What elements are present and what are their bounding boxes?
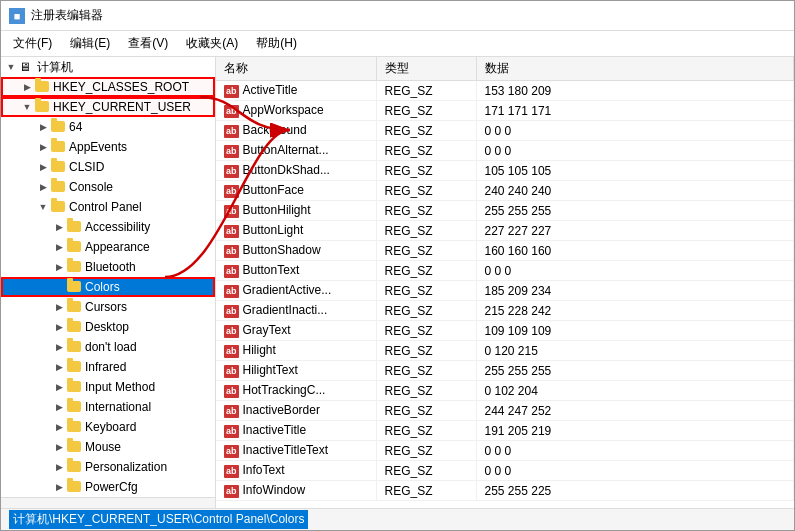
tree-item-accessibility[interactable]: ▶ Accessibility: [1, 217, 215, 237]
toggle-64[interactable]: ▶: [35, 119, 51, 135]
tree-item-console[interactable]: ▶ Console: [1, 177, 215, 197]
table-row[interactable]: abInfoWindowREG_SZ255 255 225: [216, 481, 794, 501]
ab-icon: ab: [224, 145, 239, 158]
menu-help[interactable]: 帮助(H): [248, 33, 305, 54]
toggle-cursors[interactable]: ▶: [51, 299, 67, 315]
ab-icon: ab: [224, 465, 239, 478]
tree-item-powercfg[interactable]: ▶ PowerCfg: [1, 477, 215, 497]
toggle-accessibility[interactable]: ▶: [51, 219, 67, 235]
tree-item-computer[interactable]: ▼ 🖥 计算机: [1, 57, 215, 77]
toggle-dontload[interactable]: ▶: [51, 339, 67, 355]
tree-label-personalization: Personalization: [85, 460, 167, 474]
folder-accessibility: [67, 220, 83, 234]
table-row[interactable]: abGradientInacti...REG_SZ215 228 242: [216, 301, 794, 321]
tree-item-international[interactable]: ▶ International: [1, 397, 215, 417]
tree-item-appevents[interactable]: ▶ AppEvents: [1, 137, 215, 157]
tree-item-keyboard[interactable]: ▶ Keyboard: [1, 417, 215, 437]
tree-label-64: 64: [69, 120, 82, 134]
cell-data: 153 180 209: [476, 81, 794, 101]
menu-favorites[interactable]: 收藏夹(A): [178, 33, 246, 54]
ab-icon: ab: [224, 345, 239, 358]
toggle-personalization[interactable]: ▶: [51, 459, 67, 475]
tree-scrollbar-h[interactable]: [1, 497, 215, 508]
folder-bluetooth: [67, 260, 83, 274]
table-row[interactable]: abButtonShadowREG_SZ160 160 160: [216, 241, 794, 261]
toggle-computer[interactable]: ▼: [3, 59, 19, 75]
toggle-keyboard[interactable]: ▶: [51, 419, 67, 435]
menu-bar: 文件(F) 编辑(E) 查看(V) 收藏夹(A) 帮助(H): [1, 31, 794, 57]
table-row[interactable]: abButtonTextREG_SZ0 0 0: [216, 261, 794, 281]
tree-item-dontload[interactable]: ▶ don't load: [1, 337, 215, 357]
toggle-powercfg[interactable]: ▶: [51, 479, 67, 495]
table-row[interactable]: abButtonAlternat...REG_SZ0 0 0: [216, 141, 794, 161]
toggle-console[interactable]: ▶: [35, 179, 51, 195]
registry-table-panel[interactable]: 名称 类型 数据 abActiveTitleREG_SZ153 180 209a…: [216, 57, 794, 508]
tree-item-infrared[interactable]: ▶ Infrared: [1, 357, 215, 377]
tree-item-desktop[interactable]: ▶ Desktop: [1, 317, 215, 337]
tree-item-classes-root[interactable]: ▶ HKEY_CLASSES_ROOT: [1, 77, 215, 97]
table-row[interactable]: abInactiveTitleTextREG_SZ0 0 0: [216, 441, 794, 461]
table-row[interactable]: abHilightTextREG_SZ255 255 255: [216, 361, 794, 381]
toggle-colors[interactable]: [51, 279, 67, 295]
tree-item-input-method[interactable]: ▶ Input Method: [1, 377, 215, 397]
col-data[interactable]: 数据: [476, 57, 794, 81]
tree-panel[interactable]: ▼ 🖥 计算机 ▶ HKEY_CLASSES_ROOT ▼ HKEY_CURRE…: [1, 57, 216, 508]
tree-item-appearance[interactable]: ▶ Appearance: [1, 237, 215, 257]
ab-icon: ab: [224, 265, 239, 278]
table-row[interactable]: abButtonHilightREG_SZ255 255 255: [216, 201, 794, 221]
cell-type: REG_SZ: [376, 461, 476, 481]
cell-type: REG_SZ: [376, 401, 476, 421]
table-row[interactable]: abInactiveTitleREG_SZ191 205 219: [216, 421, 794, 441]
tree-item-cursors[interactable]: ▶ Cursors: [1, 297, 215, 317]
toggle-international[interactable]: ▶: [51, 399, 67, 415]
tree-item-current-user[interactable]: ▼ HKEY_CURRENT_USER: [1, 97, 215, 117]
table-row[interactable]: abButtonDkShad...REG_SZ105 105 105: [216, 161, 794, 181]
col-type[interactable]: 类型: [376, 57, 476, 81]
toggle-desktop[interactable]: ▶: [51, 319, 67, 335]
tree-item-control-panel[interactable]: ▼ Control Panel: [1, 197, 215, 217]
cell-data: 105 105 105: [476, 161, 794, 181]
toggle-current-user[interactable]: ▼: [19, 99, 35, 115]
table-row[interactable]: abInactiveBorderREG_SZ244 247 252: [216, 401, 794, 421]
toggle-control-panel[interactable]: ▼: [35, 199, 51, 215]
cell-name: abActiveTitle: [216, 81, 376, 101]
table-row[interactable]: abGradientActive...REG_SZ185 209 234: [216, 281, 794, 301]
table-row[interactable]: abActiveTitleREG_SZ153 180 209: [216, 81, 794, 101]
tree-item-mouse[interactable]: ▶ Mouse: [1, 437, 215, 457]
toggle-infrared[interactable]: ▶: [51, 359, 67, 375]
table-row[interactable]: abGrayTextREG_SZ109 109 109: [216, 321, 794, 341]
toggle-input-method[interactable]: ▶: [51, 379, 67, 395]
toggle-appearance[interactable]: ▶: [51, 239, 67, 255]
col-name[interactable]: 名称: [216, 57, 376, 81]
table-row[interactable]: abHotTrackingC...REG_SZ0 102 204: [216, 381, 794, 401]
table-row[interactable]: abHilightREG_SZ0 120 215: [216, 341, 794, 361]
toggle-clsid[interactable]: ▶: [35, 159, 51, 175]
title-bar: ■ 注册表编辑器: [1, 1, 794, 31]
menu-file[interactable]: 文件(F): [5, 33, 60, 54]
tree-item-bluetooth[interactable]: ▶ Bluetooth: [1, 257, 215, 277]
tree-item-personalization[interactable]: ▶ Personalization: [1, 457, 215, 477]
tree-item-colors[interactable]: Colors: [1, 277, 215, 297]
cell-data: 255 255 255: [476, 201, 794, 221]
cell-data: 171 171 171: [476, 101, 794, 121]
app-icon: ■: [9, 8, 25, 24]
window-title: 注册表编辑器: [31, 7, 103, 24]
toggle-classes-root[interactable]: ▶: [19, 79, 35, 95]
tree-item-clsid[interactable]: ▶ CLSID: [1, 157, 215, 177]
table-row[interactable]: abInfoTextREG_SZ0 0 0: [216, 461, 794, 481]
table-row[interactable]: abButtonFaceREG_SZ240 240 240: [216, 181, 794, 201]
toggle-appevents[interactable]: ▶: [35, 139, 51, 155]
menu-edit[interactable]: 编辑(E): [62, 33, 118, 54]
table-row[interactable]: abBackgroundREG_SZ0 0 0: [216, 121, 794, 141]
toggle-bluetooth[interactable]: ▶: [51, 259, 67, 275]
table-row[interactable]: abButtonLightREG_SZ227 227 227: [216, 221, 794, 241]
tree-item-64[interactable]: ▶ 64: [1, 117, 215, 137]
ab-icon: ab: [224, 405, 239, 418]
table-row[interactable]: abAppWorkspaceREG_SZ171 171 171: [216, 101, 794, 121]
cell-type: REG_SZ: [376, 141, 476, 161]
folder-desktop: [67, 320, 83, 334]
status-bar: 计算机\HKEY_CURRENT_USER\Control Panel\Colo…: [1, 508, 794, 530]
folder-input-method: [67, 380, 83, 394]
menu-view[interactable]: 查看(V): [120, 33, 176, 54]
toggle-mouse[interactable]: ▶: [51, 439, 67, 455]
